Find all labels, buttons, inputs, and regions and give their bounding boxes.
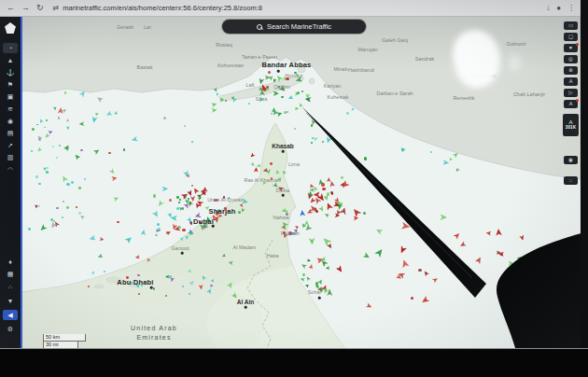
stations-icon[interactable]: ⚑	[3, 79, 18, 90]
vessel-marker[interactable]	[330, 191, 333, 194]
layers-button[interactable]: ▢	[564, 33, 578, 41]
news-icon[interactable]: ▤	[3, 128, 18, 138]
vessel-marker[interactable]	[169, 275, 172, 278]
vessel-marker[interactable]	[108, 152, 110, 154]
vessel-marker[interactable]	[56, 207, 59, 210]
download-icon[interactable]: ↓	[546, 5, 550, 12]
forward-icon[interactable]: →	[21, 4, 30, 12]
cameras-icon[interactable]: ◉	[3, 116, 18, 126]
map-label-al-madam: Al Madam	[233, 244, 257, 250]
vessel-marker[interactable]	[31, 150, 33, 152]
vessel-marker[interactable]	[117, 221, 119, 223]
announcements-icon[interactable]: ◀	[3, 310, 18, 320]
vessel-marker[interactable]	[46, 171, 49, 174]
vessel-marker[interactable]	[294, 128, 296, 130]
fullscreen-button[interactable]: ∷	[564, 176, 578, 185]
vessel-marker[interactable]	[37, 205, 39, 207]
ports-icon[interactable]: ⚓	[3, 67, 18, 77]
map-label-tazian-e-paeen: Tazian-e Paeen	[242, 54, 277, 60]
live-map[interactable]: GerashLarRostaqBastakKohurestanTazian-e …	[21, 16, 581, 349]
tags-icon[interactable]: ♦	[3, 257, 18, 267]
vessel-marker[interactable]	[157, 223, 160, 226]
vessel-marker[interactable]	[312, 137, 314, 139]
visibility-button[interactable]: ◉	[564, 156, 578, 164]
vessel-marker[interactable]	[35, 175, 37, 177]
my-location-button[interactable]: ◎	[564, 55, 578, 63]
map-label-umm-al-quwain: Umm Al-Quwain	[207, 197, 245, 202]
photos-icon[interactable]: ▣	[3, 91, 18, 102]
settings-icon[interactable]: ⚙	[3, 324, 18, 334]
vessel-marker[interactable]	[182, 229, 185, 231]
vessel-marker[interactable]	[321, 183, 325, 187]
vessel-marker[interactable]	[58, 117, 60, 119]
marinetraffic-logo-icon[interactable]	[3, 21, 18, 35]
reload-icon[interactable]: ↻	[36, 4, 44, 12]
labels-toggle-button[interactable]: A	[564, 100, 578, 108]
routes-icon[interactable]: ↗	[3, 140, 18, 150]
vessel-marker[interactable]	[46, 119, 48, 121]
map-label-bastak: Bastak	[137, 64, 153, 70]
vessel-marker[interactable]	[179, 199, 181, 201]
vessel-marker[interactable]	[153, 287, 156, 290]
notification-badge	[576, 43, 579, 46]
vessel-marker[interactable]	[189, 232, 192, 235]
site-info-icon[interactable]: ⇄	[53, 4, 60, 12]
vessel-marker[interactable]	[76, 206, 77, 208]
vessel-marker[interactable]	[341, 176, 343, 179]
vessel-marker[interactable]	[248, 103, 250, 105]
notifications-icon[interactable]: ▼	[3, 296, 18, 306]
profile-icon[interactable]: ●	[556, 5, 561, 12]
map-label-galeh-ganj: Galeh Ganj	[382, 37, 408, 43]
tools-icon[interactable]: ▦	[3, 269, 18, 279]
vessel-marker[interactable]	[191, 185, 193, 187]
map-label-darban-e-sarah: Darban-e Sarah	[376, 91, 413, 96]
monitor-bezel	[581, 0, 588, 377]
vessel-marker[interactable]	[190, 222, 192, 224]
more-icon[interactable]: ⋮	[567, 5, 575, 12]
measure-button[interactable]: A	[564, 77, 578, 86]
map-label-rostaq: Rostaq	[216, 42, 231, 48]
vessel-marker[interactable]	[411, 297, 413, 300]
vessel-count-value: 301K	[566, 126, 576, 131]
vessel-marker[interactable]	[59, 145, 61, 147]
vessel-marker[interactable]	[46, 167, 48, 169]
comments-button[interactable]: ▭	[564, 21, 578, 30]
history-icon[interactable]: ◔	[3, 43, 18, 53]
vessel-marker[interactable]	[430, 151, 432, 153]
search-input[interactable]: Search MarineTraffic	[222, 20, 366, 34]
share-icon[interactable]: ∴	[3, 282, 18, 292]
vessel-marker[interactable]	[311, 124, 313, 126]
dashboard-icon[interactable]: ▥	[3, 152, 18, 162]
vessel-marker[interactable]	[63, 201, 64, 202]
map-label-manujan: Manujan	[357, 47, 377, 52]
vessel-marker[interactable]	[71, 181, 74, 184]
voyages-button[interactable]: ⊛	[564, 66, 578, 75]
vessel-marker[interactable]	[56, 157, 58, 159]
vessels-icon[interactable]: ▲	[3, 55, 18, 65]
back-icon[interactable]: ←	[7, 4, 15, 12]
map-label-sohar: Sohar	[308, 289, 322, 295]
coverage-icon[interactable]: ◠	[3, 164, 18, 175]
weather-icon[interactable]: ≋	[3, 104, 18, 114]
vessel-marker[interactable]	[220, 98, 223, 101]
vessel-marker[interactable]	[364, 157, 367, 160]
vessel-count-icon: A	[568, 119, 572, 125]
vessel-marker[interactable]	[281, 96, 283, 98]
vessel-marker[interactable]	[123, 148, 126, 151]
url-field[interactable]: ⇄ marinetraffic.com/en/ais/home/centerx:…	[53, 4, 262, 12]
vessel-marker[interactable]	[176, 196, 178, 198]
vessel-marker[interactable]	[199, 195, 201, 197]
vessel-marker[interactable]	[268, 71, 271, 74]
vessel-marker[interactable]	[301, 91, 303, 92]
vessel-marker[interactable]	[323, 188, 326, 190]
vessel-count-button[interactable]: A 301K	[563, 114, 579, 136]
vessel-marker[interactable]	[66, 183, 69, 186]
map-scale-control: 50 km 30 mi	[43, 334, 86, 349]
favorites-button[interactable]: ♥	[564, 44, 578, 52]
playback-button[interactable]: ▷	[564, 89, 578, 97]
vessel-marker[interactable]	[78, 187, 80, 188]
vessel-marker[interactable]	[138, 293, 140, 295]
island-larak	[309, 78, 315, 84]
vessel-marker[interactable]	[184, 125, 186, 127]
vessel-marker[interactable]	[270, 162, 273, 165]
